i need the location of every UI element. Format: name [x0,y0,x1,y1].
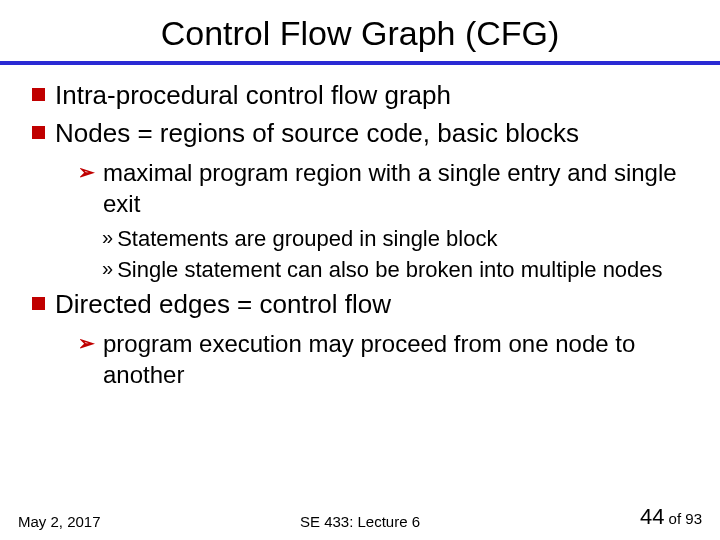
bullet-text: Intra-procedural control flow graph [55,79,451,113]
slide-footer: May 2, 2017 SE 433: Lecture 6 44 of 93 [0,504,720,530]
subsub-bullet-item: » Statements are grouped in single block [102,225,700,253]
sub-bullet-item: ➢ maximal program region with a single e… [78,157,700,219]
subsub-bullet-item: » Single statement can also be broken in… [102,256,700,284]
chevron-bullet-icon: » [102,256,113,281]
chevron-bullet-icon: » [102,225,113,250]
page-sep: of [664,510,685,527]
square-bullet-icon [32,297,45,310]
subsub-bullet-text: Statements are grouped in single block [117,225,497,253]
bullet-item: Nodes = regions of source code, basic bl… [32,117,700,151]
arrow-bullet-icon: ➢ [78,330,95,356]
footer-course: SE 433: Lecture 6 [300,513,420,530]
bullet-text: Directed edges = control flow [55,288,391,322]
page-total: 93 [685,510,702,527]
sub-bullet-text: maximal program region with a single ent… [103,157,700,219]
sub-bullet-text: program execution may proceed from one n… [103,328,700,390]
bullet-item: Intra-procedural control flow graph [32,79,700,113]
square-bullet-icon [32,88,45,101]
page-current: 44 [640,504,664,529]
bullet-text: Nodes = regions of source code, basic bl… [55,117,579,151]
arrow-bullet-icon: ➢ [78,159,95,185]
sub-bullet-item: ➢ program execution may proceed from one… [78,328,700,390]
bullet-item: Directed edges = control flow [32,288,700,322]
footer-page: 44 of 93 [640,504,702,530]
slide: Control Flow Graph (CFG) Intra-procedura… [0,0,720,540]
square-bullet-icon [32,126,45,139]
title-underline [0,61,720,65]
slide-content: Intra-procedural control flow graph Node… [0,79,720,390]
slide-title: Control Flow Graph (CFG) [0,0,720,61]
footer-date: May 2, 2017 [18,513,101,530]
subsub-bullet-text: Single statement can also be broken into… [117,256,662,284]
